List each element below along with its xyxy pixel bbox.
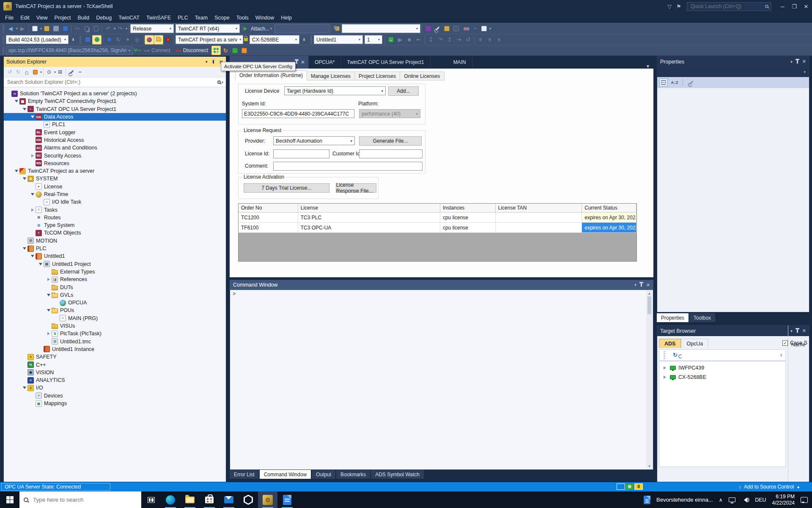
plc-instance-combo[interactable]: 1▾ <box>365 35 382 44</box>
expander-icon[interactable] <box>30 208 35 212</box>
debug-target-combo[interactable]: ▾ <box>274 24 329 33</box>
tools-wrench-icon[interactable] <box>433 24 442 33</box>
cut-icon[interactable]: ✄ <box>73 24 82 33</box>
undo-icon[interactable]: ↶ <box>104 24 113 33</box>
expander-icon[interactable] <box>30 191 35 197</box>
expander-icon[interactable] <box>30 114 35 120</box>
license-id-field[interactable] <box>273 149 329 158</box>
run-mode-icon[interactable] <box>104 35 114 44</box>
generate-file-button[interactable]: Generate File... <box>359 136 422 146</box>
menu-team[interactable]: Team <box>192 14 211 22</box>
panel-tab-command-window[interactable]: Command Window <box>260 470 311 479</box>
tree-item-external-types[interactable]: External Types <box>4 268 226 276</box>
target-system-combo[interactable]: CX-5268BE▾ <box>250 35 299 44</box>
copy-icon[interactable] <box>82 24 91 33</box>
provider-combo[interactable]: Beckhoff Automation▾ <box>273 136 355 145</box>
add-button[interactable]: Add... <box>388 86 419 96</box>
disconnect-plug-icon[interactable]: ⊷ <box>174 46 183 55</box>
team-users-icon[interactable] <box>461 24 470 33</box>
target-browser-tab-ads[interactable]: ADS <box>659 339 681 348</box>
expander-icon[interactable] <box>22 106 27 112</box>
taskbar-app-3dviewer[interactable] <box>239 491 258 508</box>
navigate-back-icon[interactable]: ◀ <box>6 24 15 33</box>
feedback-filter-icon[interactable]: ▽ <box>665 2 674 11</box>
tree-item-plc1[interactable]: ⇄PLC1 <box>4 121 226 128</box>
comment-field[interactable] <box>273 162 422 171</box>
toolbar-grip[interactable] <box>310 36 312 44</box>
license-response-button[interactable]: License Response File... <box>336 183 376 193</box>
start-button[interactable] <box>0 491 19 508</box>
panel-tab-error-list[interactable]: Error List <box>230 470 259 479</box>
taskbar-app-mail[interactable] <box>219 491 239 508</box>
trial-license-button[interactable]: 7 Days Trial License... <box>244 183 329 193</box>
menu-help[interactable]: Help <box>277 14 295 22</box>
new-project-icon[interactable] <box>30 24 39 33</box>
solution-explorer-search[interactable]: ▾ <box>4 77 226 87</box>
tree-item-analytics[interactable]: ≈ANALYTICS <box>4 376 226 384</box>
platform-combo[interactable]: performance (40)▾ <box>359 109 420 118</box>
network-icon[interactable] <box>729 497 735 502</box>
navigate-forward-icon[interactable]: ▶ <box>18 24 27 33</box>
active-project-combo[interactable]: TwinCAT Project as a serv▾ <box>176 35 243 44</box>
tree-item-opcua[interactable]: OPCUA <box>4 299 226 306</box>
tab-overflow-icon[interactable]: ▼ <box>642 64 653 69</box>
menu-file[interactable]: File <box>2 14 17 22</box>
build-icon[interactable]: ⌆ <box>476 35 485 44</box>
case-sensitive-checkbox[interactable]: ✓ <box>782 340 788 346</box>
restart-icon[interactable]: ↺ <box>464 35 473 44</box>
license-tab-order-information-runtime[interactable]: Order Information (Runtime) <box>235 70 307 80</box>
toolbar-overflow-icon[interactable]: ▾ <box>489 27 491 30</box>
tree-item-untitled1[interactable]: Untitled1 <box>4 252 226 260</box>
side-tab-toolbox[interactable]: Toolbox <box>689 313 715 322</box>
tree-item-routes[interactable]: ⊞Routes <box>4 214 226 221</box>
tree-item-untitled1-instance[interactable]: Untitled1 Instance <box>4 345 226 353</box>
taskbar-app-writer[interactable] <box>277 491 297 508</box>
solution-config-combo[interactable]: Release▾ <box>130 24 174 33</box>
tree-item-system[interactable]: ⚙SYSTEM <box>4 175 226 182</box>
close-panel-icon[interactable]: ✕ <box>802 59 806 64</box>
tree-item-devices[interactable]: +Devices <box>4 392 226 400</box>
taskbar-search[interactable] <box>19 491 141 508</box>
se-pending-changes-icon[interactable]: ⊙ <box>45 67 53 77</box>
panel-tab-output[interactable]: Output <box>312 470 335 479</box>
solution-search-input[interactable] <box>6 79 217 86</box>
tray-expand-icon[interactable]: ∧ <box>719 497 723 503</box>
solution-explorer-header[interactable]: Solution Explorer ▾ ✕ <box>4 57 226 67</box>
menu-view[interactable]: View <box>33 14 51 22</box>
tree-item-mappings[interactable]: ▣Mappings <box>4 400 226 407</box>
tree-item-resources[interactable]: RSResources <box>4 160 226 167</box>
license-device-combo[interactable]: Target (Hardware Id)▾ <box>284 86 386 95</box>
clock[interactable]: 6:19 PM 4/22/2024 <box>772 494 795 506</box>
side-tab-properties[interactable]: Properties <box>657 313 689 322</box>
expander-icon[interactable] <box>46 278 51 281</box>
connect-plug-icon[interactable]: ⊶ <box>142 46 151 55</box>
redo-dropdown-icon[interactable]: ▾ <box>126 27 127 30</box>
tree-item-motion[interactable]: ⚙MOTION <box>4 237 226 245</box>
table-row-tf6100[interactable]: TF6100TC3 OPC-UAcpu licenseexpires on Ap… <box>239 223 636 233</box>
taskbar-app-twincat[interactable]: ⚙ <box>258 491 277 508</box>
close-button[interactable]: ✕ <box>800 1 812 11</box>
connect-button[interactable]: Connect <box>151 47 170 53</box>
rebuild-icon[interactable]: ⌆ <box>485 35 494 44</box>
tree-item-plctask-plctask[interactable]: ⇅PlcTask (PlcTask) <box>4 330 226 337</box>
scroll-up-icon[interactable]: ▲ <box>648 290 651 296</box>
expander-icon[interactable] <box>662 375 667 379</box>
menu-project[interactable]: Project <box>51 14 74 22</box>
ignore-errors-icon[interactable] <box>163 35 173 44</box>
opcua-endpoint-combo[interactable]: opc.tcp://IWFPC439:4840 [Basic256Sha256,… <box>6 46 133 55</box>
redo-icon[interactable]: ↷ <box>115 24 125 33</box>
pin-tab-icon[interactable] <box>296 61 297 64</box>
doc-tab-twincat-opc-ua-server-project1[interactable]: TwinCAT OPC UA Server Project1 <box>341 56 430 69</box>
save-all-icon[interactable] <box>60 24 70 33</box>
tree-item-untitled1-tmc[interactable]: ⊟Untitled1.tmc <box>4 338 226 345</box>
column-header-current-status[interactable]: Current Status <box>582 204 636 213</box>
toolbar-overflow-icon[interactable]: ⇟ <box>779 353 783 357</box>
tree-item-untitled1-project[interactable]: ▤Untitled1 Project <box>4 260 226 268</box>
tree-item-tasks[interactable]: ≡Tasks <box>4 206 226 213</box>
tree-item-plc[interactable]: PLC <box>4 245 226 252</box>
tree-item-historical-access[interactable]: HAHistorical Access <box>4 136 226 144</box>
license-tab-project-licenses[interactable]: Project Licenses <box>355 72 400 80</box>
check-icon[interactable]: ⌆ <box>494 35 504 44</box>
tree-item-c[interactable]: %C++ <box>4 361 226 368</box>
column-header-license-tan[interactable]: License TAN <box>496 204 582 213</box>
